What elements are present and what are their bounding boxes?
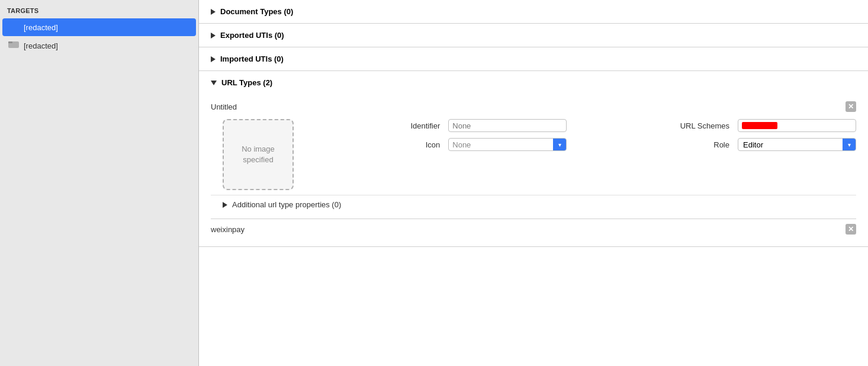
- sidebar-item-label-folder: [redacted]: [24, 41, 58, 50]
- triangle-down-icon: [211, 81, 217, 85]
- url-types-body: Untitled ✕ No image specified Identifier…: [199, 94, 868, 246]
- section-header-url-types[interactable]: URL Types (2): [199, 71, 868, 94]
- url-item-untitled-body: No image specified Identifier URL Scheme…: [211, 119, 856, 190]
- sidebar-item-label-app: [redacted]: [24, 23, 58, 32]
- url-item-untitled-close-button[interactable]: ✕: [846, 101, 856, 112]
- url-schemes-redacted-value: [742, 122, 777, 129]
- role-select-text: Editor: [738, 139, 843, 150]
- triangle-right-icon: [211, 9, 216, 15]
- section-title-document-types: Document Types (0): [220, 7, 293, 16]
- triangle-right-icon-4: [223, 202, 227, 208]
- triangle-right-icon-2: [211, 33, 216, 38]
- role-label: Role: [575, 140, 729, 149]
- weixinpay-name: weixinpay: [211, 225, 245, 234]
- additional-url-type-section: Additional url type properties (0): [211, 195, 856, 214]
- sidebar: TARGETS [redacted] [redacted]: [0, 0, 199, 366]
- additional-url-type-title: Additional url type properties (0): [232, 200, 341, 209]
- section-header-imported-utis[interactable]: Imported UTIs (0): [199, 47, 868, 70]
- chevron-down-icon: ▾: [558, 142, 561, 148]
- url-item-untitled-header: Untitled ✕: [211, 99, 856, 114]
- section-exported-utis: Exported UTIs (0): [199, 24, 868, 47]
- icon-label: Icon: [306, 140, 440, 149]
- no-image-box: No image specified: [223, 119, 294, 190]
- sidebar-item-app-target[interactable]: [redacted]: [2, 18, 196, 36]
- url-item-untitled-name: Untitled: [211, 102, 237, 111]
- section-imported-utis: Imported UTIs (0): [199, 47, 868, 71]
- additional-url-type-header[interactable]: Additional url type properties (0): [211, 198, 856, 211]
- role-select[interactable]: Editor ▾: [738, 138, 856, 151]
- url-schemes-label: URL Schemes: [575, 121, 729, 130]
- triangle-right-icon-3: [211, 56, 216, 62]
- chevron-down-icon-2: ▾: [848, 142, 851, 148]
- main-content: Document Types (0) Exported UTIs (0) Imp…: [199, 0, 868, 366]
- section-document-types: Document Types (0): [199, 0, 868, 24]
- section-header-document-types[interactable]: Document Types (0): [199, 0, 868, 23]
- sidebar-item-folder-target[interactable]: [redacted]: [2, 37, 196, 54]
- icon-select-text: None: [449, 139, 553, 150]
- svg-rect-1: [8, 41, 12, 43]
- identifier-label: Identifier: [306, 121, 440, 130]
- section-title-imported-utis: Imported UTIs (0): [220, 54, 284, 63]
- role-select-chevron[interactable]: ▾: [843, 138, 856, 151]
- icon-select[interactable]: None ▾: [448, 138, 567, 151]
- url-schemes-input[interactable]: [738, 119, 856, 132]
- url-type-item-weixinpay: weixinpay ✕: [211, 219, 856, 237]
- section-title-url-types: URL Types (2): [221, 78, 272, 87]
- section-title-exported-utis: Exported UTIs (0): [220, 31, 284, 40]
- app-icon: [8, 21, 20, 33]
- identifier-input[interactable]: [448, 119, 567, 132]
- weixinpay-close-button[interactable]: ✕: [846, 224, 856, 235]
- sidebar-title: TARGETS: [0, 5, 198, 18]
- section-header-exported-utis[interactable]: Exported UTIs (0): [199, 24, 868, 47]
- icon-select-chevron[interactable]: ▾: [553, 138, 566, 151]
- url-type-item-untitled: Untitled ✕ No image specified Identifier…: [211, 99, 856, 214]
- url-item-fields: Identifier URL Schemes Icon None ▾: [306, 119, 856, 151]
- folder-icon: [8, 40, 20, 52]
- section-url-types: URL Types (2) Untitled ✕ No image specif…: [199, 71, 868, 247]
